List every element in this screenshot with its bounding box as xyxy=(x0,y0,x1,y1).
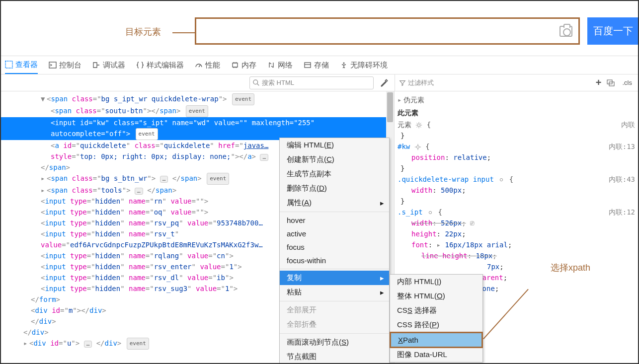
console-icon xyxy=(49,61,57,69)
dom-node[interactable]: <span class="soutu-btn"></span> event xyxy=(1,105,394,117)
tab-console[interactable]: 控制台 xyxy=(49,56,81,74)
svg-point-11 xyxy=(429,211,431,214)
copy-submenu: 内部 HTML(I) 整体 HTML(O) CSS 选择器 CSS 路径(P) … xyxy=(390,274,483,363)
event-badge[interactable]: event xyxy=(136,128,158,140)
ctx-copy[interactable]: 复制▸ xyxy=(280,271,389,285)
search-input-highlight[interactable] xyxy=(195,17,580,45)
tab-label: 存储 xyxy=(314,61,329,70)
css-declaration[interactable]: position: relative; xyxy=(398,152,635,163)
gear-icon xyxy=(415,122,422,129)
svg-point-9 xyxy=(416,146,419,148)
tab-label: 内存 xyxy=(241,61,256,70)
accessibility-icon xyxy=(340,61,348,69)
funnel-icon: ⎚ xyxy=(470,219,474,227)
css-rule[interactable]: .s_ipt { 内联:12 xyxy=(398,207,635,218)
add-rule-button[interactable]: + xyxy=(596,77,602,88)
ctx-duplicate[interactable]: 生成节点副本 xyxy=(280,167,389,181)
ctx-edit-html[interactable]: 编辑 HTML(E) xyxy=(280,138,389,152)
xpath-annotation-label: 选择xpath xyxy=(551,262,590,274)
ctx-collapse-all[interactable]: 全部折叠 xyxy=(280,317,389,332)
search-html-placeholder: 搜索 HTML xyxy=(262,78,294,87)
css-rule[interactable]: .quickdelete-wrap input { 内联:43 xyxy=(398,174,635,185)
tab-network[interactable]: 网络 xyxy=(267,56,293,74)
tab-label: 调试器 xyxy=(103,61,125,70)
storage-icon xyxy=(304,61,312,69)
css-declaration[interactable]: width: 526px; ⎚ xyxy=(398,218,635,228)
ctx-create-node[interactable]: 创建新节点(C) xyxy=(280,152,389,167)
ctx-scroll-into-view[interactable]: 画面滚动到节点(S) xyxy=(280,335,389,350)
tab-debugger[interactable]: 调试器 xyxy=(92,56,125,74)
ctx-delete-node[interactable]: 删除节点(D) xyxy=(280,181,389,196)
chevron-right-icon: ▸ xyxy=(380,288,384,297)
dom-node-selected[interactable]: <input id="kw" class="s_ipt" name="wd" v… xyxy=(1,117,394,128)
tab-label: 网络 xyxy=(278,61,293,70)
css-declaration[interactable]: line-height: 18px; xyxy=(398,250,635,261)
event-badge[interactable]: event xyxy=(207,173,229,185)
event-badge[interactable]: event xyxy=(186,105,208,117)
sub-css-path[interactable]: CSS 路径(P) xyxy=(390,318,482,332)
tab-inspector[interactable]: 查看器 xyxy=(5,56,38,74)
tab-performance[interactable]: 性能 xyxy=(195,56,220,74)
tab-style-editor[interactable]: 样式编辑器 xyxy=(136,56,184,74)
event-badge[interactable]: event xyxy=(127,338,149,350)
funnel-icon xyxy=(399,79,406,86)
svg-point-8 xyxy=(418,124,420,126)
target-element-label: 目标元素 xyxy=(125,26,161,38)
sub-outer-html[interactable]: 整体 HTML(O) xyxy=(390,289,482,303)
css-value-fragment: 7px; xyxy=(398,261,635,272)
search-icon xyxy=(253,79,260,86)
svg-rect-3 xyxy=(305,63,311,68)
menu-separator xyxy=(280,212,389,212)
tab-storage[interactable]: 存储 xyxy=(304,56,329,74)
pseudo-accordion[interactable]: ▸伪元素 xyxy=(398,93,635,106)
tab-accessibility[interactable]: 无障碍环境 xyxy=(340,56,388,74)
menu-separator xyxy=(280,269,389,269)
css-rule[interactable]: #kw { 内联:13 xyxy=(398,141,635,152)
sub-image-dataurl[interactable]: 图像 Data-URL xyxy=(390,348,482,362)
filter-styles-placeholder: 过滤样式 xyxy=(408,78,434,87)
ellipsis-badge[interactable]: … xyxy=(260,154,268,161)
sub-inner-html[interactable]: 内部 HTML(I) xyxy=(390,275,482,289)
menu-separator xyxy=(280,333,389,334)
ctx-focus[interactable]: focus xyxy=(280,240,389,254)
event-badge[interactable]: event xyxy=(232,93,254,105)
sub-xpath[interactable]: XPath xyxy=(390,332,483,348)
devtools-toolbar: 搜索 HTML 过滤样式 + .cls xyxy=(1,74,638,91)
search-button[interactable]: 百度一下 xyxy=(587,17,639,45)
css-declaration[interactable]: font: ▸ 16px/18px arial; xyxy=(398,239,635,250)
sub-css-selector[interactable]: CSS 选择器 xyxy=(390,303,482,318)
css-declaration[interactable]: width: 500px; xyxy=(398,185,635,196)
context-menu: 编辑 HTML(E) 创建新节点(C) 生成节点副本 删除节点(D) 属性(A)… xyxy=(279,138,390,364)
ctx-hover[interactable]: hover xyxy=(280,214,389,227)
svg-point-5 xyxy=(253,79,258,84)
ctx-attributes[interactable]: 属性(A)▸ xyxy=(280,196,389,210)
tab-label: 无障碍环境 xyxy=(350,61,388,70)
svg-rect-1 xyxy=(49,62,56,68)
ctx-node-screenshot[interactable]: 节点截图 xyxy=(280,350,389,364)
eyedropper-button[interactable] xyxy=(378,76,391,89)
toggle-state-button[interactable] xyxy=(606,78,617,87)
ctx-paste[interactable]: 粘贴▸ xyxy=(280,285,389,299)
css-declaration[interactable]: height: 22px; xyxy=(398,228,635,239)
search-html-input[interactable]: 搜索 HTML xyxy=(249,76,374,89)
scroll-thumb[interactable] xyxy=(387,92,393,122)
gear-icon xyxy=(427,209,434,216)
tab-memory[interactable]: 内存 xyxy=(231,56,256,74)
filter-styles-input[interactable]: 过滤样式 xyxy=(399,78,592,87)
camera-icon[interactable] xyxy=(559,26,572,37)
this-element-label: 此元素 xyxy=(398,106,635,119)
tab-label: 控制台 xyxy=(59,61,81,70)
dom-node[interactable]: ▼<span class="bg s_ipt_wr quickdelete-wr… xyxy=(1,93,394,105)
ctx-expand-all[interactable]: 全部展开 xyxy=(280,303,389,317)
debugger-icon xyxy=(92,61,100,69)
annotation-line xyxy=(172,32,195,33)
gauge-icon xyxy=(195,61,203,69)
ctx-focus-within[interactable]: focus-within xyxy=(280,254,389,267)
ctx-active[interactable]: active xyxy=(280,227,389,240)
gear-icon xyxy=(414,144,421,150)
svg-point-10 xyxy=(500,178,503,181)
cls-button[interactable]: .cls xyxy=(621,78,635,87)
svg-point-4 xyxy=(343,63,345,64)
css-rule[interactable]: 元素 { 内联 xyxy=(398,119,635,130)
menu-separator xyxy=(280,301,389,301)
